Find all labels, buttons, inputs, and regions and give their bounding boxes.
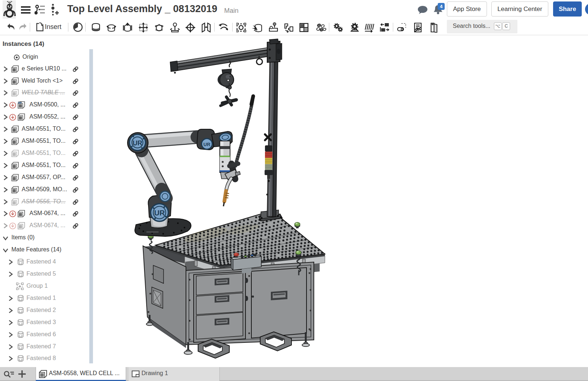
svg-text:UR: UR [204, 142, 211, 147]
svg-text:UR: UR [133, 139, 142, 147]
svg-text:UR: UR [154, 209, 165, 217]
